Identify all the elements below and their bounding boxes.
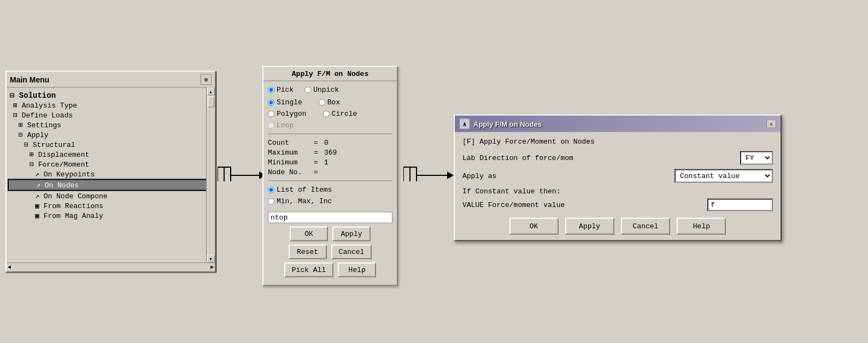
apply-as-select[interactable]: Constant value Table [675,169,773,183]
menu-item-analysis-type[interactable]: ⊞ Analysis Type [8,100,214,110]
svg-rect-4 [403,167,410,181]
pick-all-button[interactable]: Pick All [284,263,333,277]
unpick-radio-label[interactable]: Unpick [304,86,339,94]
scroll-up-button[interactable]: ▲ [207,88,215,96]
box-radio[interactable] [319,99,325,105]
polygon-radio[interactable] [268,110,274,117]
pick-buttons-row-2: Reset Cancel [268,245,392,259]
apply-button-row: OK Apply Cancel Help [462,218,773,235]
main-menu-panel: Main Menu ⊗ ⊟ Solution ⊞ Analysis Type ⊟… [5,71,216,273]
list-items-group: List of Items [268,186,392,194]
menu-item-on-node-compone[interactable]: ↗ On Node Compone [8,191,214,201]
count-row: Count = 0 [268,139,392,147]
menu-horizontal-scrollbar[interactable]: ◄ ► [7,263,215,271]
svg-rect-0 [218,167,224,181]
loop-group: Loop [268,121,392,129]
pick-dialog-content: Pick Unpick Single Box [263,81,397,285]
menu-item-settings[interactable]: ⊞ Settings [8,120,214,130]
menu-item-force-moment[interactable]: ⊟ Force/Moment [8,159,214,169]
pick-buttons-row-3: Pick All Help [268,263,392,277]
arrow-connector-2 [403,159,458,184]
main-menu-icon[interactable]: ⊗ [201,74,212,85]
apply-dialog-title: Apply F/M on Nodes [473,120,542,128]
pick-buttons-row-1: OK Apply [268,227,392,241]
svg-marker-7 [447,172,454,179]
menu-scrollbar[interactable]: ▲ ▼ [206,88,215,263]
lab-select[interactable]: FY FX FZ MX MY MZ [740,151,773,165]
min-max-inc-group: Min, Max, Inc [268,197,392,205]
pick-reset-button[interactable]: Reset [289,245,327,259]
lab-row: Lab Direction of force/mom FY FX FZ MX M… [462,151,773,165]
apply-dialog-content: [F] Apply Force/Moment on Nodes Lab Dire… [455,132,781,240]
menu-item-on-keypoints[interactable]: ↗ On Keypoints [8,169,214,179]
unpick-radio[interactable] [304,86,311,93]
main-menu-title: Main Menu [10,75,49,84]
lab-label: Lab Direction of force/mom [462,154,736,162]
pick-unpick-group: Pick Unpick [268,86,392,94]
apply-dialog: ∧ Apply F/M on Nodes ✕ [F] Apply Force/M… [454,115,782,241]
pick-cancel-button[interactable]: Cancel [331,245,372,259]
separator-2 [268,181,392,181]
apply-dialog-close-button[interactable]: ✕ [766,120,776,128]
single-box-group: Single Box [268,98,392,107]
ansys-logo: ∧ [459,119,470,129]
menu-item-define-loads[interactable]: ⊟ Define Loads [8,110,214,120]
list-items-radio[interactable] [268,186,274,193]
page-container: Main Menu ⊗ ⊟ Solution ⊞ Analysis Type ⊟… [0,0,868,343]
single-radio[interactable] [268,99,274,105]
menu-item-from-reactions[interactable]: ▣ From Reactions [8,201,214,211]
apply-cancel-button[interactable]: Cancel [621,218,671,235]
pick-dialog: Apply F/M on Nodes Pick Unpick Single [262,66,398,286]
circle-radio[interactable] [323,110,330,117]
loop-radio [268,122,274,128]
node-input-field[interactable] [268,212,392,223]
list-items-radio-label[interactable]: List of Items [268,186,332,194]
pick-dialog-title: Apply F/M on Nodes [263,67,397,81]
menu-item-apply[interactable]: ⊟ Apply [8,130,214,140]
arrow-connector-1 [218,159,267,184]
apply-as-label: Apply as [462,172,670,180]
apply-ok-button[interactable]: OK [509,218,559,235]
scroll-thumb[interactable] [208,97,214,108]
scroll-left-arrow[interactable]: ◄ [8,264,11,270]
pick-help-button[interactable]: Help [338,263,376,277]
maximum-row: Maximum = 369 [268,149,392,157]
node-no-row: Node No. = [268,168,392,176]
apply-as-row: Apply as Constant value Table [462,169,773,183]
menu-item-displacement[interactable]: ⊞ Displacement [8,150,214,159]
pick-radio[interactable] [268,86,274,93]
circle-radio-label[interactable]: Circle [323,110,357,118]
menu-item-on-nodes[interactable]: ↗ On Nodes [8,179,214,191]
single-radio-label[interactable]: Single [268,98,302,107]
constant-title: If Constant value then: [462,187,773,196]
apply-dialog-title-bar: ∧ Apply F/M on Nodes ✕ [455,116,781,132]
menu-item-from-mag-analy[interactable]: ▣ From Mag Analy [8,211,214,221]
min-max-radio[interactable] [268,198,274,204]
menu-content: ⊟ Solution ⊞ Analysis Type ⊟ Define Load… [7,88,215,263]
pick-apply-button[interactable]: Apply [332,227,371,241]
force-value-input[interactable] [707,199,773,211]
box-radio-label[interactable]: Box [319,98,340,107]
separator-1 [268,134,392,134]
polygon-circle-group: Polygon Circle [268,110,392,118]
constant-section: If Constant value then: VALUE Force/mome… [462,187,773,211]
polygon-radio-label[interactable]: Polygon [268,110,307,118]
value-row: VALUE Force/moment value [462,199,773,211]
min-max-radio-label[interactable]: Min, Max, Inc [268,197,332,205]
scroll-down-button[interactable]: ▼ [207,255,215,263]
scroll-right-arrow[interactable]: ► [210,264,214,270]
svg-rect-1 [224,167,231,181]
menu-item-solution[interactable]: ⊟ Solution [8,90,214,100]
pick-radio-label[interactable]: Pick [268,86,294,94]
apply-dialog-title-left: ∧ Apply F/M on Nodes [459,119,542,129]
pick-ok-button[interactable]: OK [290,227,328,241]
menu-inner: ⊟ Solution ⊞ Analysis Type ⊟ Define Load… [7,88,215,263]
svg-rect-5 [410,167,417,181]
arrow-svg-2 [403,159,458,181]
menu-item-structural[interactable]: ⊟ Structural [8,140,214,150]
apply-help-button[interactable]: Help [677,218,726,235]
loop-radio-label: Loop [268,121,294,129]
apply-apply-button[interactable]: Apply [565,218,614,235]
apply-info-text: [F] Apply Force/Moment on Nodes [462,138,773,146]
arrow-svg-1 [218,159,267,181]
